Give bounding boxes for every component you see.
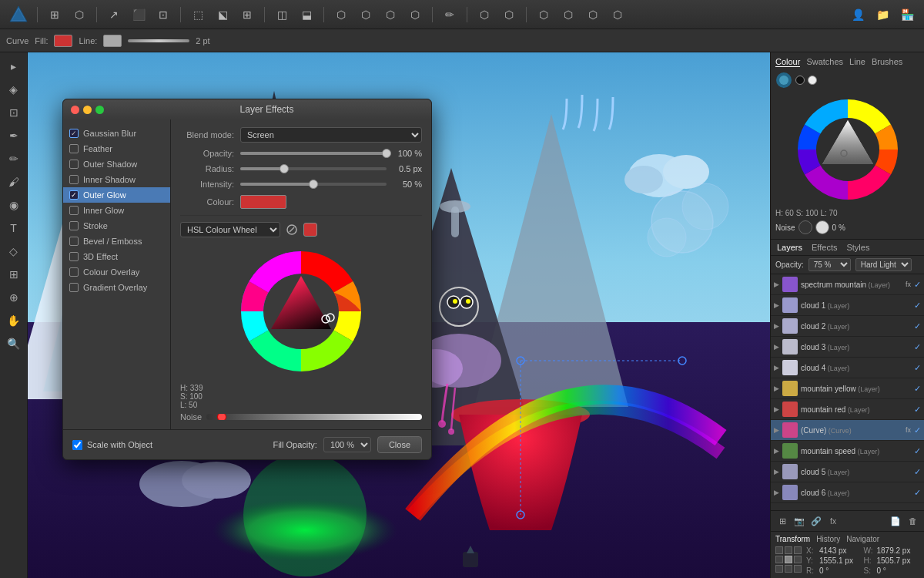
align2-icon[interactable]: ⬡ bbox=[557, 4, 579, 25]
expand-arrow-2[interactable]: ▶ bbox=[774, 322, 779, 330]
arrange3-icon[interactable]: ⬡ bbox=[380, 4, 401, 25]
layer-item-0[interactable]: ▶spectrum mountain (Layer)fx✓ bbox=[771, 274, 924, 295]
effect-checkbox-bevel-emboss[interactable] bbox=[69, 237, 79, 246]
effect-checkbox-feather[interactable] bbox=[69, 144, 79, 153]
layer-item-2[interactable]: ▶cloud 2 (Layer)✓ bbox=[771, 316, 924, 337]
noise-circle2[interactable] bbox=[815, 220, 829, 234]
effect-checkbox-3d-effect[interactable] bbox=[69, 252, 79, 261]
expand-arrow-3[interactable]: ▶ bbox=[774, 343, 779, 351]
shape-tool[interactable]: ◇ bbox=[3, 240, 25, 262]
scale-with-object-checkbox[interactable] bbox=[72, 440, 82, 450]
expand-arrow-9[interactable]: ▶ bbox=[774, 468, 779, 476]
colour-wheel-select[interactable]: HSL Colour Wheel RGB Sliders CMYK Slider… bbox=[180, 222, 280, 237]
layer-item-7[interactable]: ▶(Curve) (Curve)fx✓ bbox=[771, 420, 924, 441]
maximize-dot[interactable] bbox=[95, 106, 104, 114]
anchor-grid[interactable] bbox=[775, 546, 802, 575]
grid-tool[interactable]: ⊞ bbox=[3, 264, 25, 285]
layer-check-2[interactable]: ✓ bbox=[914, 321, 921, 331]
hand-tool[interactable]: ✋ bbox=[3, 310, 25, 331]
folder-icon[interactable]: 📁 bbox=[872, 4, 893, 25]
sel2-icon[interactable]: ⬕ bbox=[212, 4, 233, 25]
effect-checkbox-outer-shadow[interactable] bbox=[69, 160, 79, 169]
brush-tool[interactable]: 🖌 bbox=[3, 171, 25, 193]
tab-colour[interactable]: Colour bbox=[775, 57, 800, 67]
tab-layers[interactable]: Layers bbox=[777, 243, 802, 252]
line-swatch[interactable] bbox=[103, 35, 122, 47]
layer-item-3[interactable]: ▶cloud 3 (Layer)✓ bbox=[771, 337, 924, 358]
effect-item-stroke[interactable]: Stroke bbox=[63, 218, 170, 234]
layer-check-1[interactable]: ✓ bbox=[914, 301, 921, 311]
layers-icon-copy[interactable]: 📄 bbox=[889, 514, 902, 528]
text-tool[interactable]: T bbox=[3, 217, 25, 239]
search-tool[interactable]: 🔍 bbox=[3, 333, 25, 355]
layer-item-5[interactable]: ▶mountain yellow (Layer)✓ bbox=[771, 378, 924, 399]
eyedropper-icon[interactable] bbox=[285, 223, 299, 237]
noise-slider[interactable] bbox=[206, 414, 422, 420]
layers-icon-1[interactable]: ⊞ bbox=[775, 514, 789, 528]
align3-icon[interactable]: ⬡ bbox=[582, 4, 604, 25]
layer-check-10[interactable]: ✓ bbox=[914, 488, 921, 498]
person-icon[interactable]: 👤 bbox=[847, 4, 869, 25]
effect-checkbox-outer-glow[interactable]: ✓ bbox=[69, 190, 79, 200]
colour-wheel[interactable] bbox=[232, 242, 370, 381]
colour-swatch[interactable] bbox=[240, 195, 286, 209]
fill-tool[interactable]: ◉ bbox=[3, 194, 25, 216]
export1-icon[interactable]: ⬡ bbox=[474, 4, 495, 25]
layers-icon-fx[interactable]: fx bbox=[826, 514, 840, 528]
pointer-tool[interactable]: ▸ bbox=[3, 55, 25, 77]
store-icon[interactable]: 🏪 bbox=[896, 4, 918, 25]
layers-icon-delete[interactable]: 🗑 bbox=[906, 514, 919, 528]
grid-icon[interactable]: ⊞ bbox=[44, 4, 65, 25]
export2-icon[interactable]: ⬡ bbox=[498, 4, 520, 25]
tab-brushes[interactable]: Brushes bbox=[872, 57, 902, 67]
zoom-tool[interactable]: ⊕ bbox=[3, 287, 25, 308]
canvas-area[interactable]: Layer Effects ✓Gaussian BlurFeatherOuter… bbox=[28, 52, 770, 578]
align4-icon[interactable]: ⬡ bbox=[607, 4, 628, 25]
arrange2-icon[interactable]: ⬡ bbox=[355, 4, 377, 25]
layer-check-8[interactable]: ✓ bbox=[914, 446, 921, 456]
layer-item-6[interactable]: ▶mountain red (Layer)✓ bbox=[771, 399, 924, 420]
effect-item-feather[interactable]: Feather bbox=[63, 141, 170, 156]
layer-item-1[interactable]: ▶cloud 1 (Layer)✓ bbox=[771, 295, 924, 316]
view1-icon[interactable]: ⬛ bbox=[128, 4, 149, 25]
effect-item-outer-glow[interactable]: ✓Outer Glow bbox=[63, 187, 170, 203]
layer-check-3[interactable]: ✓ bbox=[914, 342, 921, 352]
tab-history[interactable]: History bbox=[816, 535, 840, 543]
expand-arrow-10[interactable]: ▶ bbox=[774, 489, 779, 496]
layer-check-4[interactable]: ✓ bbox=[914, 363, 921, 373]
radius-slider[interactable] bbox=[240, 167, 387, 170]
effect-checkbox-inner-glow[interactable] bbox=[69, 206, 79, 215]
effect-item-3d-effect[interactable]: 3D Effect bbox=[63, 249, 170, 264]
tab-swatches[interactable]: Swatches bbox=[806, 57, 843, 67]
colour-circle[interactable] bbox=[775, 72, 792, 89]
node-tool[interactable]: ◈ bbox=[3, 79, 25, 100]
right-colour-wheel[interactable] bbox=[790, 92, 906, 207]
tab-navigator[interactable]: Navigator bbox=[846, 535, 879, 543]
layers-icon-3[interactable]: 🔗 bbox=[809, 514, 823, 528]
fill-opacity-select[interactable]: 100 % 75 % 50 % bbox=[323, 437, 371, 452]
layer-item-10[interactable]: ▶cloud 6 (Layer)✓ bbox=[771, 482, 924, 503]
effect-item-colour-overlay[interactable]: Colour Overlay bbox=[63, 264, 170, 280]
effect-item-outer-shadow[interactable]: Outer Shadow bbox=[63, 156, 170, 172]
flip-v-icon[interactable]: ⬓ bbox=[296, 4, 317, 25]
close-button[interactable]: Close bbox=[377, 436, 422, 453]
opacity-slider[interactable] bbox=[240, 152, 387, 155]
layer-check-9[interactable]: ✓ bbox=[914, 467, 921, 477]
align1-icon[interactable]: ⬡ bbox=[533, 4, 554, 25]
crop-tool[interactable]: ⊡ bbox=[3, 102, 25, 123]
tab-line[interactable]: Line bbox=[849, 57, 865, 67]
intensity-slider[interactable] bbox=[240, 183, 387, 186]
layers-icon-2[interactable]: 📷 bbox=[792, 514, 806, 528]
expand-arrow-7[interactable]: ▶ bbox=[774, 426, 779, 434]
arrange4-icon[interactable]: ⬡ bbox=[404, 4, 426, 25]
noise-circle[interactable] bbox=[798, 220, 812, 234]
arrange1-icon[interactable]: ⬡ bbox=[330, 4, 352, 25]
effect-item-gaussian-blur[interactable]: ✓Gaussian Blur bbox=[63, 126, 170, 141]
view2-icon[interactable]: ⊡ bbox=[152, 4, 174, 25]
expand-arrow-0[interactable]: ▶ bbox=[774, 281, 779, 288]
effect-checkbox-gradient-overlay[interactable] bbox=[69, 283, 79, 292]
blend-mode-select[interactable]: Screen Normal Multiply Overlay bbox=[240, 127, 422, 143]
expand-arrow-1[interactable]: ▶ bbox=[774, 301, 779, 309]
tab-effects[interactable]: Effects bbox=[812, 243, 837, 252]
layer-item-9[interactable]: ▶cloud 5 (Layer)✓ bbox=[771, 462, 924, 482]
